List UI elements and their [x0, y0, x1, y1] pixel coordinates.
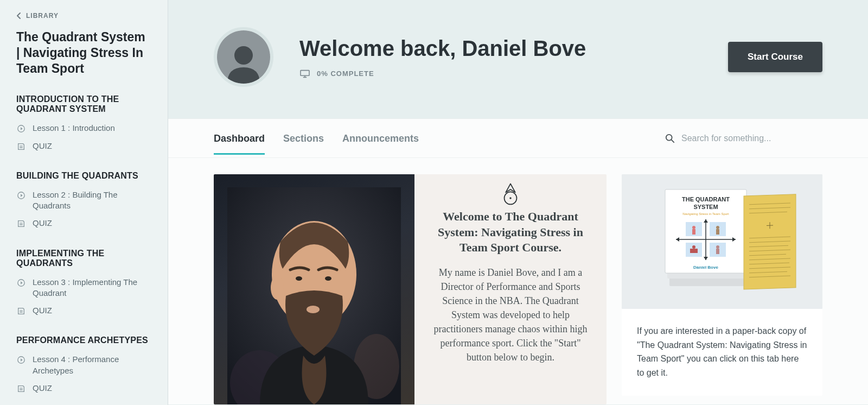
- svg-point-6: [666, 134, 672, 140]
- intro-body: My name is Daniel Bove, and I am a Direc…: [430, 265, 591, 365]
- quiz-item[interactable]: QUIZ: [16, 379, 151, 397]
- item-label: QUIZ: [33, 218, 52, 229]
- svg-text:SYSTEM: SYSTEM: [693, 204, 718, 210]
- play-circle-icon: [16, 124, 26, 134]
- svg-rect-5: [301, 70, 309, 75]
- svg-rect-41: [716, 249, 719, 254]
- progress-line: 0% COMPLETE: [299, 69, 728, 78]
- hero: Welcome back, Daniel Bove 0% COMPLETE St…: [168, 0, 868, 118]
- course-title: The Quadrant System | Navigating Stress …: [16, 29, 151, 76]
- svg-text:Daniel Bove: Daniel Bove: [693, 265, 718, 270]
- play-circle-icon: [16, 278, 26, 288]
- svg-point-38: [692, 245, 695, 249]
- section-heading[interactable]: IMPLEMENTING THE QUADRANTS: [16, 249, 151, 268]
- item-label: QUIZ: [33, 141, 52, 151]
- book-cta-text: If you are interested in a paper-back co…: [637, 326, 807, 377]
- avatar[interactable]: [214, 27, 273, 87]
- section-heading[interactable]: BUILDING THE QUADRANTS: [16, 171, 151, 181]
- search-input[interactable]: [681, 134, 822, 143]
- tab-dashboard[interactable]: Dashboard: [214, 122, 265, 154]
- item-label: Lesson 3 : Implementing The Quadrant: [33, 277, 151, 299]
- section-group: PERFORMANCE ARCHETYPESLesson 4 : Perform…: [16, 336, 151, 397]
- svg-point-12: [296, 276, 302, 281]
- library-label: LIBRARY: [26, 12, 59, 20]
- svg-rect-37: [716, 229, 719, 235]
- search-icon: [665, 134, 675, 143]
- dashboard-body: Welcome to The Quadrant System: Navigati…: [168, 158, 868, 404]
- tabs: DashboardSectionsAnnouncements: [214, 122, 665, 154]
- book-cta-card[interactable]: If you are interested in a paper-back co…: [622, 309, 822, 396]
- section-heading[interactable]: PERFORMANCE ARCHETYPES: [16, 336, 151, 345]
- person-silhouette-icon: [222, 40, 265, 84]
- svg-point-14: [271, 276, 284, 300]
- play-circle-icon: [16, 191, 26, 200]
- content-panel: DashboardSectionsAnnouncements: [168, 118, 868, 404]
- item-label: Lesson 2 : Building The Quadrants: [33, 189, 151, 212]
- section-group: BUILDING THE QUADRANTSLesson 2 : Buildin…: [16, 171, 151, 232]
- svg-text:Navigating Stress in Team Spor: Navigating Stress in Team Sport: [682, 212, 729, 216]
- intro-card[interactable]: Welcome to The Quadrant System: Navigati…: [214, 174, 607, 404]
- quiz-icon: [16, 142, 26, 151]
- book-cover-card[interactable]: THE QUADRANT SYSTEM Navigating Stress in…: [622, 174, 822, 309]
- section-group: IMPLEMENTING THE QUADRANTSLesson 3 : Imp…: [16, 249, 151, 320]
- quiz-item[interactable]: QUIZ: [16, 137, 151, 155]
- quiz-item[interactable]: QUIZ: [16, 214, 151, 232]
- svg-point-36: [716, 226, 719, 229]
- svg-point-4: [234, 46, 253, 65]
- svg-rect-39: [690, 249, 698, 253]
- sidebar: LIBRARY The Quadrant System | Navigating…: [0, 0, 168, 405]
- quiz-item[interactable]: QUIZ: [16, 302, 151, 319]
- lesson-item[interactable]: Lesson 2 : Building The Quadrants: [16, 186, 151, 215]
- item-label: Lesson 4 : Performance Archetypes: [33, 354, 151, 376]
- library-back-link[interactable]: LIBRARY: [16, 12, 151, 20]
- svg-point-34: [692, 226, 695, 229]
- svg-point-11: [307, 306, 320, 313]
- intro-title: Welcome to The Quadrant System: Navigati…: [430, 209, 591, 256]
- tab-sections[interactable]: Sections: [283, 122, 324, 154]
- welcome-text: Welcome back, Daniel Bove: [299, 36, 728, 61]
- start-course-button[interactable]: Start Course: [728, 42, 822, 72]
- section-group: INTRODUCTION TO THE QUADRANT SYSTEMLesso…: [16, 94, 151, 155]
- lesson-item[interactable]: Lesson 3 : Implementing The Quadrant: [16, 274, 151, 302]
- section-heading[interactable]: INTRODUCTION TO THE QUADRANT SYSTEM: [16, 94, 151, 114]
- svg-point-40: [716, 245, 719, 249]
- lesson-item[interactable]: Lesson 4 : Performance Archetypes: [16, 351, 151, 379]
- monitor-icon: [299, 69, 310, 78]
- svg-text:THE QUADRANT: THE QUADRANT: [682, 196, 730, 202]
- svg-rect-35: [692, 229, 695, 235]
- instructor-photo: [214, 174, 414, 404]
- item-label: QUIZ: [33, 305, 52, 316]
- progress-text: 0% COMPLETE: [317, 69, 374, 78]
- svg-point-13: [325, 276, 331, 281]
- welcome-block: Welcome back, Daniel Bove 0% COMPLETE: [299, 36, 728, 78]
- tabs-row: DashboardSectionsAnnouncements: [168, 119, 868, 158]
- lesson-item[interactable]: Lesson 1 : Introduction: [16, 119, 151, 137]
- tab-announcements[interactable]: Announcements: [342, 122, 419, 154]
- main: Welcome back, Daniel Bove 0% COMPLETE St…: [168, 0, 868, 405]
- chevron-left-icon: [16, 12, 22, 20]
- item-label: Lesson 1 : Introduction: [33, 123, 115, 134]
- svg-point-16: [509, 197, 512, 199]
- sections-list: INTRODUCTION TO THE QUADRANT SYSTEMLesso…: [16, 94, 151, 397]
- play-circle-icon: [16, 355, 26, 365]
- search-wrap[interactable]: [665, 134, 822, 143]
- right-column: THE QUADRANT SYSTEM Navigating Stress in…: [622, 174, 822, 396]
- quiz-icon: [16, 219, 26, 229]
- quiz-icon: [16, 306, 26, 316]
- quiz-icon: [16, 384, 26, 394]
- intro-text: Welcome to The Quadrant System: Navigati…: [414, 174, 607, 404]
- compass-logo-icon: [499, 182, 522, 206]
- item-label: QUIZ: [33, 383, 52, 394]
